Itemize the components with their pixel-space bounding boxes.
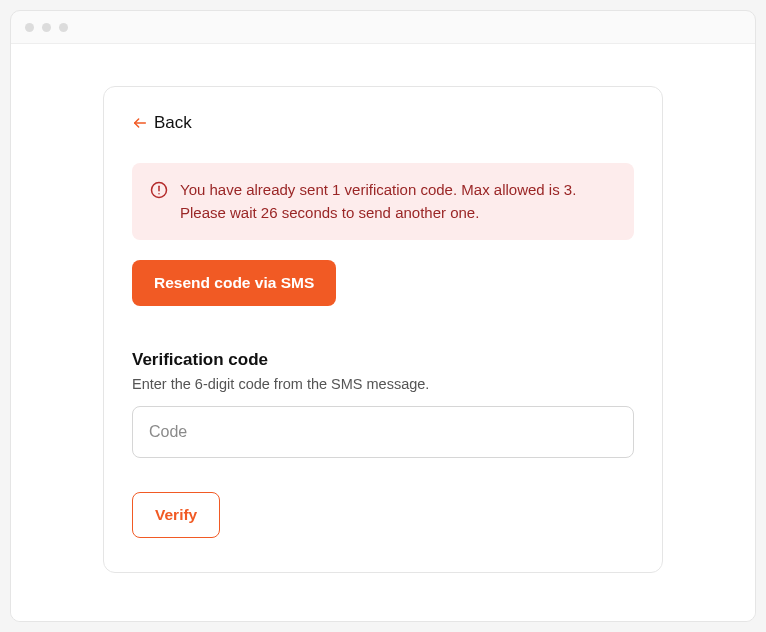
alert-banner: You have already sent 1 verification cod… <box>132 163 634 240</box>
content-area: Back You have already sent 1 verificatio… <box>11 43 755 622</box>
window-dot <box>25 23 34 32</box>
resend-sms-button[interactable]: Resend code via SMS <box>132 260 336 306</box>
back-label: Back <box>154 113 192 133</box>
window-dot <box>59 23 68 32</box>
window-dot <box>42 23 51 32</box>
alert-message: You have already sent 1 verification cod… <box>180 179 616 224</box>
field-help: Enter the 6-digit code from the SMS mess… <box>132 376 634 392</box>
verification-code-input[interactable] <box>132 406 634 458</box>
browser-chrome <box>11 11 755 43</box>
back-button[interactable]: Back <box>132 113 192 133</box>
field-label: Verification code <box>132 350 634 370</box>
verification-card: Back You have already sent 1 verificatio… <box>103 86 663 573</box>
browser-window: Back You have already sent 1 verificatio… <box>10 10 756 622</box>
alert-circle-icon <box>150 179 168 224</box>
arrow-left-icon <box>132 115 148 131</box>
verify-button[interactable]: Verify <box>132 492 220 538</box>
